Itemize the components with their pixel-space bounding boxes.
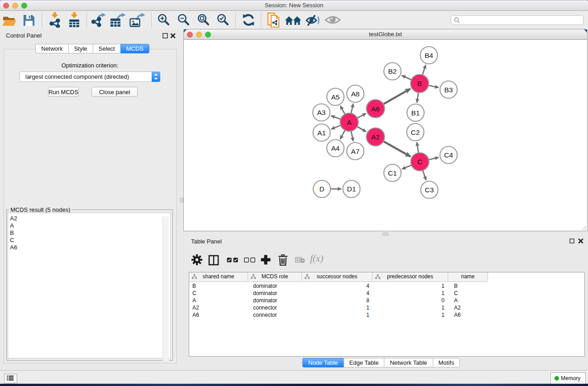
svg-text:A3: A3: [317, 109, 326, 116]
svg-text:A6: A6: [371, 105, 380, 113]
svg-text:C4: C4: [444, 151, 453, 159]
svg-text:B4: B4: [425, 52, 433, 59]
svg-text:C: C: [417, 158, 422, 166]
svg-text:B3: B3: [445, 86, 453, 94]
svg-text:D: D: [319, 185, 324, 193]
svg-text:B1: B1: [411, 109, 420, 117]
svg-text:C3: C3: [425, 186, 434, 194]
svg-text:A: A: [347, 119, 352, 126]
svg-text:C2: C2: [411, 129, 420, 136]
svg-text:A5: A5: [331, 93, 340, 101]
svg-text:B2: B2: [388, 67, 397, 75]
svg-text:A1: A1: [317, 129, 326, 137]
svg-text:A4: A4: [331, 144, 340, 152]
svg-text:A7: A7: [351, 148, 360, 155]
svg-text:B: B: [417, 80, 422, 87]
svg-text:D1: D1: [347, 185, 356, 193]
svg-text:A2: A2: [371, 133, 380, 141]
svg-text:C1: C1: [388, 169, 397, 177]
svg-text:A8: A8: [351, 90, 360, 98]
